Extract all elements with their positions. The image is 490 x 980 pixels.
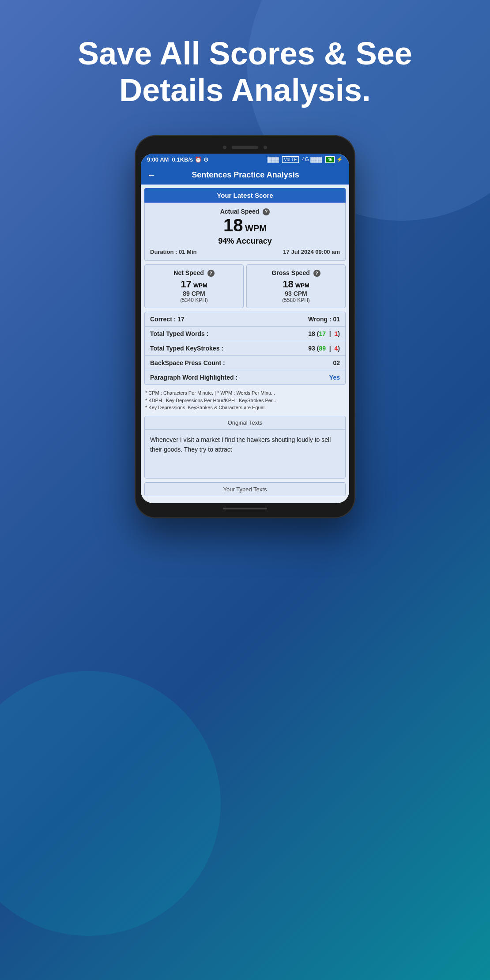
page-headline: Save All Scores & See Details Analysis. — [0, 0, 490, 135]
net-speed-help-icon[interactable]: ? — [207, 270, 215, 277]
correct-count: Correct : 17 — [150, 316, 185, 323]
total-words-label: Total Typed Words : — [150, 330, 208, 337]
keystrokes-correct: 89 — [319, 345, 326, 352]
backspace-value: 02 — [333, 359, 340, 366]
stats-table: Correct : 17 Wrong : 01 Total Typed Word… — [144, 312, 346, 385]
app-bar-title: Sentences Practice Analysis — [161, 170, 330, 180]
notch-dot-right — [264, 146, 267, 149]
gross-speed-box: Gross Speed ? 18 WPM 93 CPM (5580 KPH) — [246, 264, 346, 308]
accuracy-value: 94% Accuracy — [150, 237, 340, 246]
original-texts-box: Original Texts Whenever I visit a market… — [144, 416, 346, 479]
note-1: * CPM : Characters Per Minute. | * WPM :… — [145, 389, 345, 397]
backspace-label: BackSpace Press Count : — [150, 359, 225, 366]
status-time-speed: 9:00 AM 0.1KB/s ⏰ ⊙ — [147, 156, 208, 163]
status-right-icons: ▓▓▓ VoLTE 4G ▓▓▓ 46⚡ — [268, 156, 343, 163]
notch-dot-left — [223, 146, 226, 149]
notch-speaker — [232, 146, 258, 149]
speed-value: 18 — [223, 215, 243, 235]
paragraph-highlight-row: Paragraph Word Highlighted : Yes — [145, 370, 345, 384]
wrong-count: Wrong : 01 — [308, 316, 340, 323]
speed-row: Net Speed ? 17 WPM 89 CPM (5340 KPH) — [144, 264, 346, 308]
net-speed-cpm: 89 CPM — [148, 290, 240, 297]
typed-texts-header: Your Typed Texts — [145, 482, 345, 496]
total-words-correct: 17 — [319, 330, 326, 337]
total-words-wrong: 1 — [335, 330, 338, 337]
paragraph-highlight-value: Yes — [329, 374, 340, 381]
speed-unit: WPM — [245, 223, 267, 233]
phone-bottom — [141, 503, 349, 510]
speed-display: 18 WPM — [150, 215, 340, 235]
net-speed-title: Net Speed ? — [148, 269, 240, 277]
gross-speed-title: Gross Speed ? — [250, 269, 342, 277]
keystrokes-wrong: 4 — [335, 345, 338, 352]
battery-indicator: 46 — [325, 156, 335, 163]
app-bar: ← Sentences Practice Analysis — [141, 166, 349, 185]
note-2: * KDPH : Key Depressions Per Hour/KPH : … — [145, 397, 345, 404]
phone-screen: 9:00 AM 0.1KB/s ⏰ ⊙ ▓▓▓ VoLTE 4G ▓▓▓ 46⚡… — [141, 154, 349, 503]
correct-wrong-row: Correct : 17 Wrong : 01 — [145, 312, 345, 327]
gross-speed-cpm: 93 CPM — [250, 290, 342, 297]
phone-notch — [141, 143, 349, 154]
date-label: 17 Jul 2024 09:00 am — [283, 249, 340, 255]
net-speed-kph: (5340 KPH) — [148, 297, 240, 303]
latest-score-header: Your Latest Score — [144, 188, 346, 203]
volte-icon: VoLTE — [282, 156, 298, 163]
actual-speed-help-icon[interactable]: ? — [263, 208, 270, 215]
backspace-row: BackSpace Press Count : 02 — [145, 356, 345, 370]
phone-mockup: 9:00 AM 0.1KB/s ⏰ ⊙ ▓▓▓ VoLTE 4G ▓▓▓ 46⚡… — [135, 135, 355, 518]
gross-speed-help-icon[interactable]: ? — [313, 270, 320, 277]
net-speed-box: Net Speed ? 17 WPM 89 CPM (5340 KPH) — [144, 264, 244, 308]
gross-speed-wpm: 18 WPM — [250, 279, 342, 290]
original-texts-header: Original Texts — [145, 416, 345, 430]
actual-speed-label: Actual Speed ? — [150, 208, 340, 215]
paragraph-highlight-label: Paragraph Word Highlighted : — [150, 374, 237, 381]
home-indicator — [223, 508, 267, 509]
typed-texts-box: Your Typed Texts — [144, 482, 346, 496]
phone-frame: 9:00 AM 0.1KB/s ⏰ ⊙ ▓▓▓ VoLTE 4G ▓▓▓ 46⚡… — [135, 135, 355, 518]
original-texts-content: Whenever I visit a market I find the haw… — [145, 430, 345, 478]
total-keystrokes-value: 93 (89 | 4) — [308, 345, 340, 352]
notes-section: * CPM : Characters Per Minute. | * WPM :… — [144, 388, 346, 412]
score-card: Actual Speed ? 18 WPM 94% Accuracy Durat… — [144, 203, 346, 261]
main-content: Your Latest Score Actual Speed ? 18 WPM … — [141, 185, 349, 503]
duration-label: Duration : 01 Min — [150, 249, 196, 255]
gross-speed-kph: (5580 KPH) — [250, 297, 342, 303]
status-bar: 9:00 AM 0.1KB/s ⏰ ⊙ ▓▓▓ VoLTE 4G ▓▓▓ 46⚡ — [141, 154, 349, 166]
total-words-row: Total Typed Words : 18 (17 | 1) — [145, 327, 345, 341]
total-keystrokes-row: Total Typed KeyStrokes : 93 (89 | 4) — [145, 341, 345, 356]
note-3: * Key Depressions, KeyStrokes & Characte… — [145, 404, 345, 411]
back-button[interactable]: ← — [147, 170, 156, 180]
total-keystrokes-label: Total Typed KeyStrokes : — [150, 345, 223, 352]
net-speed-wpm: 17 WPM — [148, 279, 240, 290]
total-words-value: 18 (17 | 1) — [308, 330, 340, 337]
duration-date-row: Duration : 01 Min 17 Jul 2024 09:00 am — [150, 249, 340, 255]
